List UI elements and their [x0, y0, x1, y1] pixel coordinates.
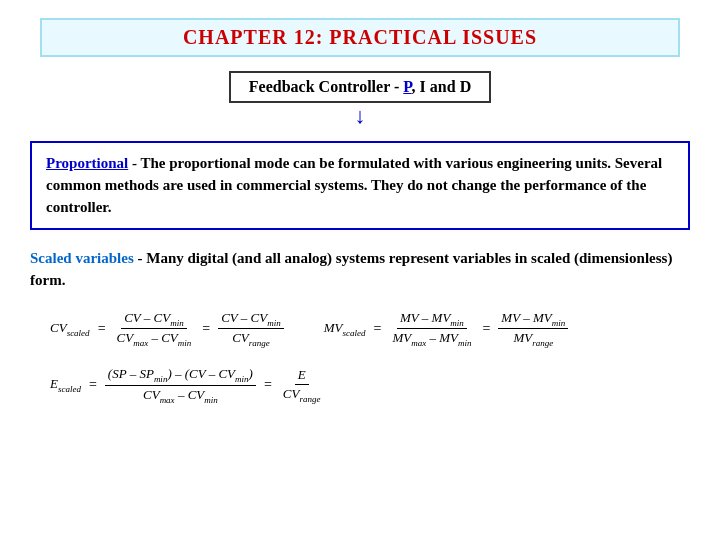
cv-scaled-lhs: CVscaled [50, 320, 90, 338]
mv-fraction-1: MV – MVmin MVmax – MVmin [389, 310, 474, 348]
subtitle-prefix: Feedback Controller - [249, 78, 404, 95]
proportional-text: Proportional - The proportional mode can… [46, 153, 674, 218]
mv-fraction-2: MV – MVmin MVrange [498, 310, 568, 348]
p-link[interactable]: P [403, 78, 411, 95]
scaled-section: Scaled variables - Many digital (and all… [30, 248, 690, 292]
e-scaled-lhs: Escaled [50, 376, 81, 394]
scaled-label: Scaled variables [30, 250, 134, 266]
eq-equals-5: = [89, 377, 97, 393]
eq-equals-6: = [264, 377, 272, 393]
subtitle-area: Feedback Controller - P, I and D ↓ [30, 71, 690, 127]
e-scaled-eq: Escaled = (SP – SPmin) – (CV – CVmin) CV… [50, 366, 323, 404]
eq-row-1: CVscaled = CV – CVmin CVmax – CVmin = CV… [30, 310, 690, 348]
cv-fraction-1: CV – CVmin CVmax – CVmin [114, 310, 195, 348]
mv-scaled-lhs: MVscaled [324, 320, 366, 338]
cv-scaled-eq: CVscaled = CV – CVmin CVmax – CVmin = CV… [50, 310, 284, 348]
eq-row-2: Escaled = (SP – SPmin) – (CV – CVmin) CV… [30, 366, 690, 404]
down-arrow-icon: ↓ [355, 105, 366, 127]
e-fraction-2: E CVrange [280, 367, 324, 404]
scaled-intro: Scaled variables - Many digital (and all… [30, 248, 690, 292]
page-title: CHAPTER 12: PRACTICAL ISSUES [183, 26, 537, 48]
page: CHAPTER 12: PRACTICAL ISSUES Feedback Co… [0, 0, 720, 540]
eq-equals-2: = [202, 321, 210, 337]
proportional-box: Proportional - The proportional mode can… [30, 141, 690, 230]
eq-equals-3: = [373, 321, 381, 337]
title-box: CHAPTER 12: PRACTICAL ISSUES [40, 18, 680, 57]
e-fraction-1: (SP – SPmin) – (CV – CVmin) CVmax – CVmi… [105, 366, 256, 404]
mv-scaled-eq: MVscaled = MV – MVmin MVmax – MVmin = MV… [324, 310, 568, 348]
equations-area: CVscaled = CV – CVmin CVmax – CVmin = CV… [30, 310, 690, 404]
eq-equals-4: = [482, 321, 490, 337]
eq-equals-1: = [98, 321, 106, 337]
proportional-link[interactable]: Proportional [46, 155, 128, 171]
proportional-body: - The proportional mode can be formulate… [46, 155, 662, 215]
subtitle-suffix: , I and D [412, 78, 472, 95]
subtitle-box: Feedback Controller - P, I and D [229, 71, 491, 103]
cv-fraction-2: CV – CVmin CVrange [218, 310, 284, 348]
